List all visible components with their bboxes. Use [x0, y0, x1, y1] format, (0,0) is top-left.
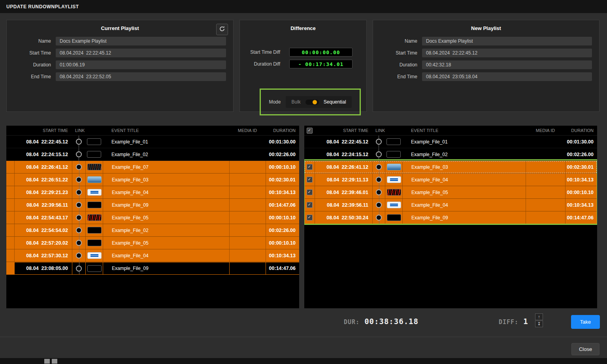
mode-switch-icon[interactable] — [305, 100, 319, 105]
jump-up-button[interactable]: ↑ — [535, 313, 543, 320]
field-value[interactable]: 08.04.2024 23:22:52.05 — [56, 72, 226, 81]
duration-cell: 00:00:10.10 — [565, 186, 597, 198]
start-date: 08.04 — [26, 215, 38, 221]
start-time: 22:24:15.12 — [342, 152, 368, 157]
field-value[interactable]: 01:00:06.19 — [56, 60, 226, 69]
playlist-tables: START TIMELINKEVENT TITLEMEDIA IDDURATIO… — [6, 126, 597, 308]
new-playlist-table: ✓START TIMELINKEVENT TITLEMEDIA IDDURATI… — [304, 126, 597, 308]
start-time: 23:08:05.00 — [41, 266, 68, 271]
close-button[interactable]: Close — [571, 343, 599, 355]
refresh-button[interactable] — [216, 24, 228, 35]
playlist-row[interactable]: 08.0422:54:54.02Example_File_0200:02:26.… — [6, 224, 299, 237]
media-id-cell — [526, 186, 565, 198]
field-label: Duration — [373, 62, 422, 68]
playlist-row[interactable]: 08.0422:39:56.11Example_File_0900:14:47.… — [6, 199, 299, 211]
field-value[interactable]: Docs Example Playlist — [422, 37, 592, 45]
playlist-row[interactable]: 08.0422:24:15.12Example_File_0200:02:26.… — [6, 148, 299, 161]
start-time-cell: 08.0422:29:21.23 — [14, 186, 72, 198]
playlist-row[interactable]: 08.0422:54:43.17Example_File_0500:00:10.… — [6, 211, 299, 224]
row-checkbox[interactable]: ✓ — [307, 177, 313, 183]
start-time-cell: 08.0422:54:43.17 — [14, 211, 72, 224]
playlist-row[interactable]: 08.0422:29:21.23Example_File_0400:10:34.… — [6, 186, 299, 199]
start-time-cell: 08.0422:57:20.02 — [14, 237, 72, 249]
take-button[interactable]: Take — [571, 315, 600, 329]
thumbnail-icon — [87, 214, 102, 221]
update-rundownplaylist-dialog: UPDATE RUNDOWNPLAYLIST Current Playlist … — [0, 0, 607, 364]
duration-cell: 00:01:30.00 — [266, 136, 299, 148]
field-row: Duration01:00:06.19 — [7, 60, 233, 69]
mode-option-bulk[interactable]: Bulk — [291, 99, 300, 105]
start-time-cell: 08.0422:24:15.12 — [14, 148, 72, 160]
playlist-row[interactable]: 08.0422:57:30.12Example_File_0400:10:34.… — [6, 249, 299, 262]
jump-down-button[interactable]: ↧ — [535, 321, 543, 327]
playlist-row[interactable]: ✓08.0422:50:30.24Example_File_0900:14:47… — [304, 211, 597, 224]
playlist-row[interactable]: 08.0422:22:45.12Example_File_0100:01:30.… — [304, 136, 597, 148]
start-time: 22:26:41.12 — [342, 164, 368, 170]
field-label: Start Time — [7, 50, 56, 56]
thumbnail-cell — [385, 211, 402, 224]
table-header: START TIMELINKEVENT TITLEMEDIA IDDURATIO… — [6, 126, 299, 136]
start-date: 08.04 — [26, 266, 38, 271]
start-date: 08.04 — [326, 139, 339, 145]
duration-cell: 00:02:30.01 — [266, 174, 299, 186]
row-checkbox[interactable]: ✓ — [307, 189, 313, 195]
thumbnail-cell — [85, 186, 103, 198]
playlist-row[interactable]: 08.0423:08:05.00Example_File_0900:14:47.… — [6, 262, 299, 275]
start-time: 22:57:20.02 — [41, 240, 68, 246]
playlist-row[interactable]: ✓08.0422:26:41.12Example_File_0300:02:30… — [304, 161, 597, 174]
row-change-marker — [6, 224, 14, 236]
field-value[interactable]: 08.04.2024 22:22:45.12 — [422, 49, 592, 57]
playlist-row[interactable]: 08.0422:24:15.12Example_File_0200:02:26.… — [304, 148, 597, 161]
dialog-title: UPDATE RUNDOWNPLAYLIST — [6, 4, 79, 9]
row-checkbox[interactable]: ✓ — [307, 202, 313, 208]
playlist-row[interactable]: ✓08.0422:39:56.11Example_File_0400:10:34… — [304, 199, 597, 211]
link-node-icon — [376, 215, 382, 221]
field-row: End Time08.04.2024 23:05:18.04 — [373, 72, 599, 81]
link-cell — [372, 186, 385, 198]
thumbnail-cell — [85, 224, 103, 236]
duration-cell: 00:14:47.06 — [565, 211, 597, 224]
thumbnail-icon — [387, 176, 401, 183]
col-duration: DURATION — [266, 126, 299, 135]
thumbnail-cell — [385, 161, 402, 173]
mode-option-sequential[interactable]: Sequential — [324, 99, 346, 105]
playlist-row[interactable]: ✓08.0422:39:46.01Example_File_0500:00:10… — [304, 186, 597, 199]
duration-cell: 00:02:30.01 — [565, 161, 597, 173]
field-value[interactable]: 08.04.2024 23:05:18.04 — [422, 72, 592, 81]
field-label: Name — [373, 38, 422, 44]
refresh-icon — [219, 26, 225, 33]
row-checkbox[interactable]: ✓ — [307, 215, 313, 221]
dialog-titlebar: UPDATE RUNDOWNPLAYLIST — [0, 0, 607, 13]
event-title-cell: Example_File_02 — [103, 148, 229, 160]
thumbnail-icon — [87, 151, 101, 158]
link-cell — [372, 211, 385, 224]
event-title-cell: Example_File_01 — [402, 136, 526, 148]
duration-cell: 00:00:10.10 — [266, 237, 299, 249]
field-value[interactable]: 08.04.2024 22:22:45.12 — [56, 49, 226, 57]
playlist-row[interactable]: 08.0422:26:41.12Example_File_0700:00:10.… — [6, 161, 299, 174]
playlist-row[interactable]: 08.0422:57:20.02Example_File_0500:00:10.… — [6, 237, 299, 249]
playlist-row[interactable]: 08.0422:22:45.12Example_File_0100:01:30.… — [6, 136, 299, 148]
start-time: 22:57:30.12 — [41, 253, 68, 258]
field-row: NameDocs Example Playlist — [373, 37, 599, 45]
start-date: 08.04 — [26, 240, 38, 246]
event-title-cell: Example_File_02 — [103, 224, 229, 236]
media-id-cell — [229, 211, 266, 224]
link-cell — [72, 174, 85, 186]
duration-cell: 00:10:34.13 — [266, 186, 299, 198]
field-value[interactable]: 00:42:32.18 — [422, 60, 592, 69]
row-checkbox[interactable]: ✓ — [307, 164, 313, 170]
row-select-cell — [304, 148, 315, 160]
select-all-checkbox[interactable]: ✓ — [307, 128, 313, 134]
mode-toggle[interactable]: BulkSequential — [286, 96, 351, 108]
playlist-row[interactable]: 08.0422:26:51.22Example_File_0300:02:30.… — [6, 174, 299, 186]
field-label: Start Time — [373, 50, 422, 56]
field-value[interactable]: Docs Example Playlist — [56, 37, 226, 45]
playlist-row[interactable]: ✓08.0422:29:11.13Example_File_0400:10:34… — [304, 174, 597, 186]
link-cell — [72, 224, 85, 236]
thumbnail-cell — [85, 262, 103, 274]
start-time-cell: 08.0422:54:54.02 — [14, 224, 72, 236]
field-label: Start Time Diff — [240, 49, 280, 55]
media-id-cell — [229, 186, 266, 198]
summary-panels: Current Playlist NameDocs Example Playli… — [6, 20, 599, 112]
